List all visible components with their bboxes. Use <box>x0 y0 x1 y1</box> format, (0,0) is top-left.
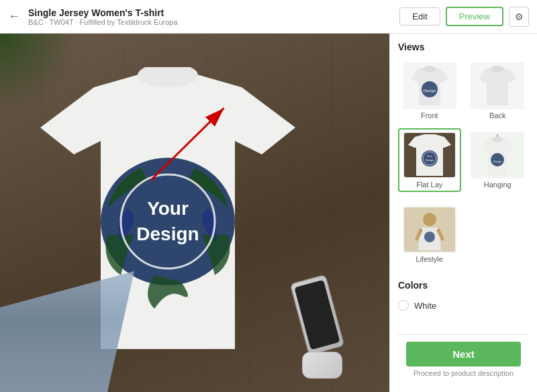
svg-text:Your: Your <box>427 154 433 158</box>
view-thumb-flatlay: Your Design <box>403 132 456 179</box>
back-icon: ← <box>8 9 20 23</box>
svg-text:Design: Design <box>423 89 436 93</box>
svg-point-25 <box>424 232 435 242</box>
views-section-title: Views <box>398 42 529 52</box>
views-grid: Design Front Back <box>398 59 529 192</box>
view-thumb-front: Design <box>403 62 456 109</box>
svg-point-20 <box>492 137 503 142</box>
next-button[interactable]: Next <box>406 342 521 366</box>
sidebar: Views Design Front <box>389 34 537 392</box>
lifestyle-thumb-svg <box>404 207 455 252</box>
preview-button[interactable]: Preview <box>446 7 503 26</box>
view-label-flatlay: Flat Lay <box>416 181 442 189</box>
svg-text:Your: Your <box>147 198 189 219</box>
main-area: Your Design Views <box>0 34 537 392</box>
colors-section-title: Colors <box>398 280 529 291</box>
earbud-case <box>302 352 342 379</box>
svg-point-12 <box>491 66 504 72</box>
svg-text:Design: Design <box>136 224 199 244</box>
view-item-flatlay[interactable]: Your Design Flat Lay <box>398 128 461 192</box>
front-thumb-svg: Design <box>404 64 455 108</box>
sidebar-spacer <box>398 313 529 334</box>
view-thumb-hanging: Design <box>471 132 524 179</box>
svg-point-24 <box>423 213 436 226</box>
flatlay-thumb-svg: Your Design <box>404 133 455 177</box>
proceed-subtitle: Proceed to product description <box>406 369 521 377</box>
earbuds-prop <box>302 352 349 385</box>
view-item-back[interactable]: Back <box>467 59 530 123</box>
image-panel: Your Design <box>0 34 389 392</box>
back-button[interactable]: ← <box>8 9 20 23</box>
view-thumb-back <box>471 62 524 109</box>
header-buttons: Edit Preview ⚙ <box>399 7 529 27</box>
view-item-lifestyle[interactable]: Lifestyle <box>398 203 461 266</box>
view-label-front: Front <box>421 111 438 119</box>
edit-button[interactable]: Edit <box>399 7 440 26</box>
view-item-hanging[interactable]: Design Hanging <box>467 128 530 192</box>
color-label-white: White <box>414 301 436 311</box>
view-thumb-lifestyle <box>403 206 456 253</box>
settings-icon: ⚙ <box>515 11 524 22</box>
colors-section: Colors White <box>398 280 529 313</box>
view-label-hanging: Hanging <box>484 181 511 189</box>
view-item-front[interactable]: Design Front <box>398 59 461 123</box>
svg-text:Design: Design <box>493 160 501 163</box>
bottom-bar: Next Proceed to product description <box>398 334 529 384</box>
view-label-back: Back <box>489 111 505 119</box>
svg-text:Design: Design <box>426 158 434 162</box>
product-subtitle: B&C · TW04T · Fulfilled by Textildruck E… <box>28 18 399 26</box>
color-item-white[interactable]: White <box>398 297 529 313</box>
color-swatch-white <box>398 300 409 311</box>
view-label-lifestyle: Lifestyle <box>416 255 443 263</box>
back-thumb-svg <box>472 64 523 108</box>
header: ← Single Jersey Women's T-shirt B&C · TW… <box>0 0 537 34</box>
header-title-block: Single Jersey Women's T-shirt B&C · TW04… <box>28 7 399 26</box>
views-grid-lifestyle: Lifestyle <box>398 203 529 266</box>
hanging-thumb-svg: Design <box>472 133 523 177</box>
settings-button[interactable]: ⚙ <box>509 7 529 27</box>
svg-point-8 <box>423 66 436 72</box>
product-title: Single Jersey Women's T-shirt <box>28 7 399 18</box>
